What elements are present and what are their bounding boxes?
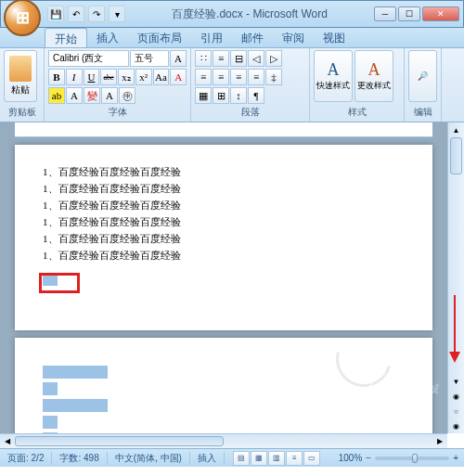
bullet-list-icon[interactable]: ∷ [195,50,212,67]
zoom-level[interactable]: 100% [339,453,363,463]
maximize-button[interactable]: ☐ [398,6,420,21]
horizontal-ruler[interactable] [15,122,432,137]
annotation-box-1 [39,273,80,293]
page-1[interactable]: 1、百度经验百度经验百度经验 1、百度经验百度经验百度经验 1、百度经验百度经验… [15,145,432,330]
justify-icon[interactable]: ≡ [248,69,264,85]
grow-font-icon[interactable]: A [170,50,187,67]
find-button[interactable]: 🔎 [408,50,437,102]
strike-button[interactable]: abc [100,69,117,85]
list-item[interactable]: 1、百度经验百度经验百度经验 [43,230,405,247]
zoom-in-button[interactable]: + [453,453,458,463]
align-center-icon[interactable]: ≡ [213,69,229,85]
increase-indent-icon[interactable]: ▷ [265,50,282,67]
line-spacing-icon[interactable]: ‡ [265,69,282,85]
document-scroll[interactable]: 1、百度经验百度经验百度经验 1、百度经验百度经验百度经验 1、百度经验百度经验… [0,122,447,433]
outline-view-icon[interactable]: ≡ [286,451,303,466]
shading-icon[interactable]: ▦ [195,87,212,104]
phonetic-icon[interactable]: 變 [84,87,100,104]
quick-styles-label: 快速样式 [316,80,350,92]
selection-highlight[interactable] [43,382,58,395]
subscript-button[interactable]: x₂ [118,69,135,85]
quick-styles-icon: A [328,60,340,80]
underline-button[interactable]: U [84,69,100,85]
qat-dropdown-icon[interactable]: ▾ [109,6,125,22]
number-list-icon[interactable]: ≡ [213,50,229,67]
change-styles-icon: A [368,60,380,80]
scroll-up-icon[interactable]: ▲ [448,122,464,137]
selection-highlight[interactable] [43,366,108,379]
superscript-button[interactable]: x² [135,69,152,85]
zoom-out-button[interactable]: − [366,453,371,463]
ribbon-tabs: 开始 插入 页面布局 引用 邮件 审阅 视图 [0,28,464,48]
page-indicator[interactable]: 页面: 2/2 [0,452,52,465]
clear-format-icon[interactable]: Aa [153,69,170,85]
tab-reference[interactable]: 引用 [191,28,232,47]
print-layout-view-icon[interactable]: ▤ [233,451,250,466]
font-family-combo[interactable]: Calibri (西文 [48,50,129,67]
vscroll-thumb[interactable] [450,137,462,174]
prev-page-icon[interactable]: ◉ [448,389,464,404]
vscroll-track[interactable] [448,137,464,374]
paste-button[interactable]: 粘贴 [4,50,37,102]
multilevel-list-icon[interactable]: ⊟ [230,50,247,67]
vertical-scrollbar[interactable]: ▲ ▼ ◉ ○ ◉ [447,122,464,433]
zoom-slider-thumb[interactable] [412,454,418,463]
fullscreen-view-icon[interactable]: ▦ [251,451,267,466]
show-marks-icon[interactable]: ¶ [248,87,264,104]
save-icon[interactable]: 💾 [47,6,64,22]
hscroll-track[interactable] [15,434,432,448]
scroll-down-icon[interactable]: ▼ [448,374,464,389]
list-item[interactable]: 1、百度经验百度经验百度经验 [43,213,405,230]
tab-view[interactable]: 视图 [314,28,354,47]
change-styles-button[interactable]: A 更改样式 [354,50,393,102]
hscroll-thumb[interactable] [15,436,224,446]
minimize-button[interactable]: ─ [374,6,396,21]
redo-icon[interactable]: ↷ [88,6,105,22]
zoom-control: 100% − + [333,453,464,463]
list-item[interactable]: 1、百度经验百度经验百度经验 [43,180,405,197]
selection-highlight[interactable] [43,399,108,412]
bold-button[interactable]: B [48,69,65,85]
font-color-button[interactable]: A [170,69,187,85]
browse-object-icon[interactable]: ○ [448,404,464,418]
selection-highlight[interactable] [43,416,58,429]
list-item[interactable]: 1、百度经验百度经验百度经验 [43,247,405,264]
tab-insert[interactable]: 插入 [87,28,128,47]
highlight-button[interactable]: ab [48,87,65,104]
tab-layout[interactable]: 页面布局 [128,28,191,47]
list-item[interactable]: 1、百度经验百度经验百度经验 [43,197,405,213]
undo-icon[interactable]: ↶ [68,6,84,22]
enclose-icon[interactable]: ㊥ [119,87,135,104]
align-left-icon[interactable]: ≡ [195,69,212,85]
char-shading-icon[interactable]: A [101,87,118,104]
language-indicator[interactable]: 中文(简体, 中国) [108,452,190,465]
align-right-icon[interactable]: ≡ [230,69,247,85]
group-styles: A 快速样式 A 更改样式 样式 [310,48,405,122]
font-size-combo[interactable]: 五号 [130,50,169,67]
scroll-left-icon[interactable]: ◀ [0,434,15,448]
tab-review[interactable]: 审阅 [273,28,314,47]
group-editing: 🔎 编辑 [405,48,442,122]
char-border-icon[interactable]: A [66,87,83,104]
quick-styles-button[interactable]: A 快速样式 [314,50,353,102]
web-layout-view-icon[interactable]: ▥ [268,451,285,466]
word-count[interactable]: 字数: 498 [52,452,107,465]
tab-home[interactable]: 开始 [45,28,87,47]
sort-icon[interactable]: ↕ [230,87,247,104]
scroll-right-icon[interactable]: ▶ [432,434,447,448]
next-page-icon[interactable]: ◉ [448,418,464,433]
tab-mail[interactable]: 邮件 [232,28,273,47]
page-2[interactable] [15,338,432,433]
border-icon[interactable]: ⊞ [213,87,229,104]
close-button[interactable]: ✕ [422,6,459,21]
list-item[interactable]: 1、百度经验百度经验百度经验 [43,163,405,180]
horizontal-scrollbar[interactable]: ◀ ▶ [0,433,447,448]
zoom-slider[interactable] [375,457,449,460]
document-area: 1、百度经验百度经验百度经验 1、百度经验百度经验百度经验 1、百度经验百度经验… [0,122,464,433]
decrease-indent-icon[interactable]: ◁ [248,50,264,67]
insert-mode[interactable]: 插入 [190,452,225,465]
italic-button[interactable]: I [66,69,83,85]
office-button[interactable]: ⊞ [4,0,41,36]
draft-view-icon[interactable]: ▭ [303,451,320,466]
selection-highlight[interactable] [43,432,58,433]
